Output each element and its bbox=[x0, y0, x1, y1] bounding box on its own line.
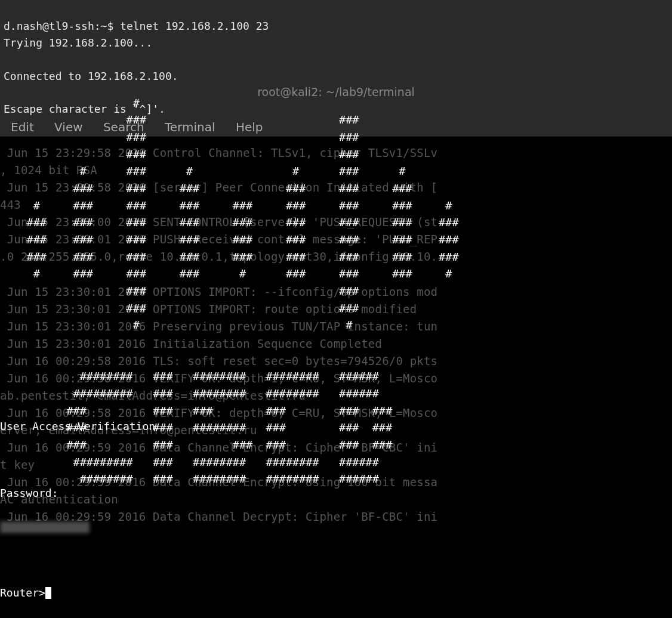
password-label: Password: bbox=[0, 487, 58, 499]
shell-prompt: d.nash@tl9-ssh:~$ bbox=[4, 20, 120, 32]
session-area[interactable]: User Access Verification Password: Route… bbox=[0, 401, 672, 618]
cursor[interactable] bbox=[45, 587, 51, 599]
output-line: Trying 192.168.2.100... bbox=[4, 35, 668, 51]
user-access-verification-label: User Access Verification bbox=[0, 418, 672, 435]
router-prompt: Router> bbox=[0, 586, 45, 599]
password-input-masked[interactable] bbox=[0, 521, 90, 533]
command-text: telnet 192.168.2.100 23 bbox=[120, 20, 269, 32]
